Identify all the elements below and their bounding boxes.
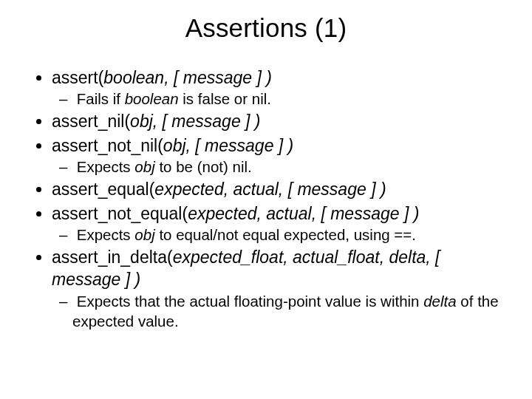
list-item: assert_nil(obj, [ message ] ) — [52, 110, 501, 132]
sub-item: Expects obj to be (not) nil. — [72, 157, 501, 177]
item-args: obj, [ message ] ) — [130, 112, 260, 131]
slide-title: Assertions (1) — [31, 13, 501, 43]
slide: Assertions (1) assert(boolean, [ message… — [0, 0, 532, 399]
item-prefix: assert_in_delta( — [52, 248, 173, 267]
sub-list: Fails if boolean is false or nil. — [52, 89, 501, 109]
item-prefix: assert_not_equal( — [52, 204, 188, 223]
sub-pre: Expects that the actual floating-point v… — [77, 293, 424, 310]
list-item: assert_equal(expected, actual, [ message… — [52, 178, 501, 200]
sub-em: boolean — [125, 90, 179, 107]
sub-list: Expects that the actual floating-point v… — [52, 291, 501, 331]
sub-pre: Expects — [77, 226, 135, 243]
item-args: expected, actual, [ message ] ) — [188, 204, 419, 223]
sub-item: Expects obj to equal/not equal expected,… — [72, 225, 501, 245]
item-args: expected, actual, [ message ] ) — [154, 180, 386, 199]
sub-post: to equal/not equal expected, using ==. — [155, 226, 416, 243]
sub-item: Fails if boolean is false or nil. — [72, 89, 501, 109]
item-prefix: assert_equal( — [52, 180, 154, 199]
item-args: boolean, [ message ] ) — [103, 68, 272, 87]
sub-list: Expects obj to equal/not equal expected,… — [52, 225, 501, 245]
item-prefix: assert_nil( — [52, 112, 130, 131]
item-prefix: assert( — [52, 68, 103, 87]
list-item: assert_not_equal(expected, actual, [ mes… — [52, 202, 501, 245]
list-item: assert_in_delta(expected_float, actual_f… — [52, 246, 501, 331]
sub-em: obj — [134, 226, 154, 243]
sub-em: delta — [423, 293, 456, 310]
sub-pre: Fails if — [77, 90, 125, 107]
sub-post: is false or nil. — [179, 90, 271, 107]
item-args: obj, [ message ] ) — [163, 136, 293, 155]
list-item: assert_not_nil(obj, [ message ] ) Expect… — [52, 134, 501, 177]
sub-list: Expects obj to be (not) nil. — [52, 157, 501, 177]
sub-item: Expects that the actual floating-point v… — [72, 291, 501, 331]
sub-post: to be (not) nil. — [155, 158, 252, 175]
sub-em: obj — [134, 158, 154, 175]
list-item: assert(boolean, [ message ] ) Fails if b… — [52, 66, 501, 109]
sub-pre: Expects — [77, 158, 135, 175]
item-prefix: assert_not_nil( — [52, 136, 163, 155]
bullet-list: assert(boolean, [ message ] ) Fails if b… — [31, 66, 501, 331]
